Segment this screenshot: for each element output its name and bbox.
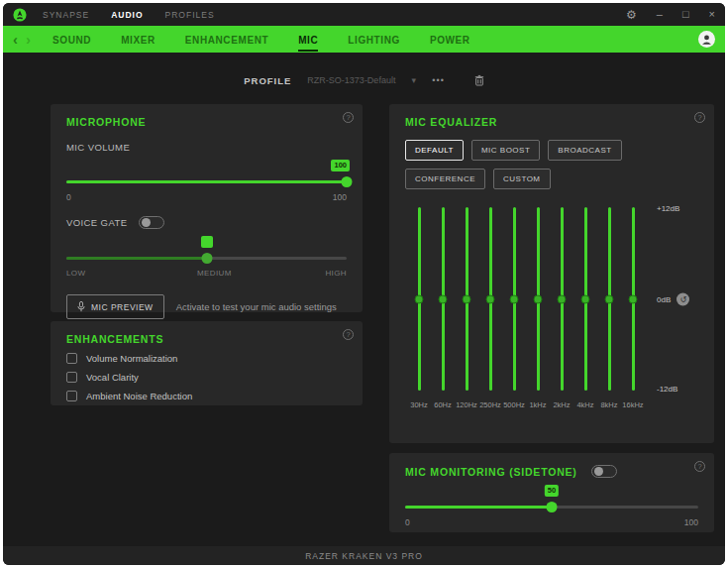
mic-volume-label: MIC VOLUME: [66, 142, 347, 153]
eq-band-label: 2kHz: [553, 400, 570, 409]
eq-band-120hz[interactable]: 120Hz: [455, 207, 478, 409]
sidetone-slider[interactable]: [405, 502, 698, 512]
voice-gate-toggle[interactable]: [139, 216, 164, 229]
titlebar-tabs: SYNAPSE AUDIO PROFILES: [43, 10, 215, 20]
tab-mic[interactable]: MIC: [298, 28, 318, 52]
tab-enhancement[interactable]: ENHANCEMENT: [185, 28, 268, 52]
profile-selected-value: RZR-SO-1373-Default: [307, 75, 395, 85]
info-icon[interactable]: ?: [343, 329, 354, 340]
settings-gear-icon[interactable]: ⚙: [626, 9, 637, 21]
info-icon[interactable]: ?: [343, 112, 354, 123]
preset-default[interactable]: DEFAULT: [405, 140, 464, 161]
sidetone-panel: MIC MONITORING (SIDETONE) ? 50 0 100: [389, 453, 714, 532]
eq-band-2khz[interactable]: 2kHz: [550, 207, 573, 409]
eq-band-label: 1kHz: [529, 400, 546, 409]
eq-handle[interactable]: [463, 294, 471, 303]
window-controls: ⚙ – □ ×: [626, 9, 715, 21]
preset-mic-boost[interactable]: MIC BOOST: [471, 140, 540, 161]
eq-band-8khz[interactable]: 8kHz: [597, 207, 621, 409]
sidetone-handle[interactable]: [547, 502, 558, 512]
eq-handle[interactable]: [510, 294, 519, 303]
eq-band-label: 4kHz: [576, 400, 593, 409]
level-high: HIGH: [325, 269, 347, 278]
eq-handle[interactable]: [439, 294, 448, 303]
level-low: LOW: [66, 269, 85, 278]
content: MICROPHONE ? MIC VOLUME 100 0 100: [3, 100, 725, 546]
tab-power[interactable]: POWER: [430, 28, 470, 52]
eq-band-label: 60Hz: [434, 400, 452, 409]
delete-profile-icon[interactable]: [474, 74, 484, 86]
tab-lighting[interactable]: LIGHTING: [348, 28, 400, 52]
preset-conference[interactable]: CONFERENCE: [405, 169, 485, 189]
eq-handle[interactable]: [605, 294, 614, 303]
back-chevron-icon[interactable]: ‹: [13, 32, 18, 47]
option-volume-normalization[interactable]: Volume Normalization: [66, 353, 347, 364]
forward-chevron-icon[interactable]: ›: [26, 32, 31, 47]
info-icon[interactable]: ?: [694, 461, 705, 472]
checkbox[interactable]: [66, 372, 77, 383]
checkbox-label: Ambient Noise Reduction: [86, 391, 192, 401]
eq-handle[interactable]: [581, 294, 590, 303]
maximize-button[interactable]: □: [682, 9, 689, 20]
titlebar-tab-audio[interactable]: AUDIO: [111, 10, 143, 20]
titlebar-tab-synapse[interactable]: SYNAPSE: [43, 10, 89, 20]
eq-band-250hz[interactable]: 250Hz: [478, 207, 502, 409]
eq-presets: DEFAULT MIC BOOST BROADCAST CONFERENCE C…: [405, 140, 665, 189]
sidetone-title: MIC MONITORING (SIDETONE): [405, 466, 577, 478]
enhancements-title: ENHANCEMENTS: [66, 333, 347, 345]
voice-gate-slider[interactable]: [66, 253, 347, 264]
scale-min: 0: [405, 517, 410, 527]
tab-sound[interactable]: SOUND: [52, 28, 91, 52]
option-ambient-noise-reduction[interactable]: Ambient Noise Reduction: [66, 391, 347, 401]
mic-equalizer-title: MIC EQUALIZER: [405, 116, 698, 128]
preset-custom[interactable]: CUSTOM: [493, 169, 551, 189]
eq-handle[interactable]: [629, 294, 638, 303]
titlebar: SYNAPSE AUDIO PROFILES ⚙ – □ ×: [3, 3, 725, 26]
checkbox-label: Volume Normalization: [86, 353, 177, 364]
eq-band-30hz[interactable]: 30Hz: [407, 207, 431, 409]
account-avatar[interactable]: [698, 31, 715, 48]
tab-mixer[interactable]: MIXER: [121, 28, 156, 52]
eq-handle[interactable]: [486, 294, 495, 303]
module-nav: ‹ › SOUND MIXER ENHANCEMENT MIC LIGHTING…: [3, 26, 725, 53]
mic-volume-scale: 0 100: [66, 192, 347, 202]
eq-handle[interactable]: [415, 294, 424, 303]
checkbox[interactable]: [66, 353, 77, 364]
mic-volume-value-badge: 100: [331, 160, 350, 171]
eq-band-4khz[interactable]: 4kHz: [573, 207, 597, 409]
sidetone-value-badge: 50: [545, 485, 559, 497]
eq-band-label: 16kHz: [622, 400, 643, 409]
mic-preview-button[interactable]: MIC PREVIEW: [66, 294, 164, 319]
eq-reset-button[interactable]: ↺: [676, 292, 689, 305]
eq-band-60hz[interactable]: 60Hz: [431, 207, 455, 409]
scale-min: 0: [66, 192, 71, 202]
checkbox[interactable]: [66, 391, 77, 401]
preset-broadcast[interactable]: BROADCAST: [548, 140, 621, 161]
sidetone-toggle[interactable]: [591, 465, 617, 478]
mic-volume-handle[interactable]: [342, 176, 353, 187]
mic-icon: [77, 301, 85, 312]
close-button[interactable]: ×: [709, 9, 715, 20]
eq-handle[interactable]: [534, 294, 543, 303]
eq-band-label: 250Hz: [479, 400, 501, 409]
eq-band-label: 120Hz: [456, 400, 477, 409]
profile-more-button[interactable]: •••: [432, 75, 444, 85]
eq-sliders: 30Hz 60Hz 120Hz: [405, 207, 698, 409]
eq-handle[interactable]: [558, 294, 567, 303]
voice-gate-label: VOICE GATE: [66, 217, 127, 228]
mic-volume-slider[interactable]: [66, 176, 347, 187]
info-icon[interactable]: ?: [694, 112, 705, 123]
eq-band-1khz[interactable]: 1kHz: [526, 207, 550, 409]
titlebar-tab-profiles[interactable]: PROFILES: [165, 10, 215, 20]
minimize-button[interactable]: –: [657, 9, 663, 20]
eq-band-16khz[interactable]: 16kHz: [621, 207, 645, 409]
eq-scale-min: -12dB: [657, 385, 677, 394]
device-name: RAZER KRAKEN V3 PRO: [305, 551, 423, 561]
voice-gate-levels: LOW MEDIUM HIGH: [66, 269, 347, 278]
profile-select[interactable]: RZR-SO-1373-Default ▾: [307, 75, 416, 85]
microphone-panel: MICROPHONE ? MIC VOLUME 100 0 100: [51, 104, 363, 312]
option-vocal-clarity[interactable]: Vocal Clarity: [66, 372, 347, 383]
voice-gate-handle[interactable]: [201, 253, 212, 264]
eq-band-500hz[interactable]: 500Hz: [502, 207, 526, 409]
mic-preview-label: MIC PREVIEW: [91, 302, 154, 312]
